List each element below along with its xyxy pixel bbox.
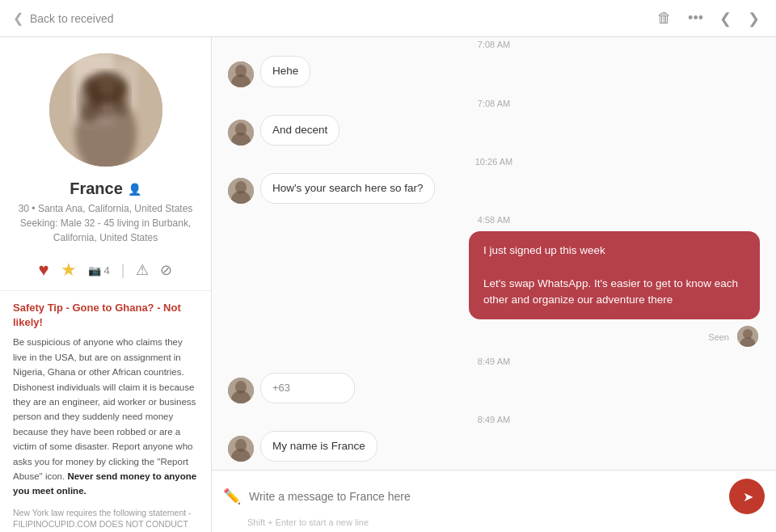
profile-name: France 👤 (13, 179, 198, 198)
message-row: How's your search here so far? (228, 173, 760, 204)
timestamp: 8:49 AM (228, 415, 760, 424)
next-button[interactable]: ❯ (744, 8, 763, 29)
message-bubble: How's your search here so far? (260, 173, 435, 204)
seen-row: Seen (228, 326, 760, 347)
send-button[interactable]: ➤ (729, 479, 765, 514)
compose-icon: ✏️ (223, 488, 241, 505)
svg-point-6 (78, 78, 101, 123)
timestamp: 7:08 AM (228, 99, 760, 108)
message-bubble: And decent (260, 115, 340, 146)
timestamp: 4:58 AM (228, 215, 760, 225)
phone-bubble: +63 (260, 373, 355, 403)
block-button[interactable]: ⊘ (160, 261, 172, 279)
profile-meta: 30 • Santa Ana, California, United State… (13, 201, 198, 245)
left-panel: France 👤 30 • Santa Ana, California, Uni… (0, 37, 212, 532)
like-button[interactable]: ♥ (39, 260, 49, 281)
safety-title: Safety Tip - Gone to Ghana? - Not likely… (13, 301, 198, 330)
report-button[interactable]: ⚠ (136, 261, 149, 279)
message-bubble: Hehe (260, 56, 310, 87)
timestamp: 7:08 AM (228, 40, 760, 49)
back-label: Back to received (30, 12, 114, 25)
send-icon: ➤ (743, 489, 753, 505)
seen-label: Seen (708, 332, 732, 342)
favorite-button[interactable]: ★ (61, 260, 77, 281)
top-bar-actions: 🗑 ••• ❮ ❯ (654, 8, 763, 29)
camera-icon: 📷 (88, 264, 101, 277)
compose-area: ✏️ ➤ Shift + Enter to start a new line (212, 470, 776, 532)
message-row: +63 (228, 373, 760, 403)
avatar-wrap (0, 37, 211, 175)
message-row: My name is France (228, 431, 760, 462)
messages-area[interactable]: Im nice 7:08 AM Hehe 7:08 AM (212, 37, 776, 470)
seen-avatar (737, 326, 758, 347)
sender-avatar (228, 178, 254, 204)
safety-tip: Safety Tip - Gone to Ghana? - Not likely… (0, 291, 211, 532)
person-icon: 👤 (128, 183, 141, 196)
delete-button[interactable]: 🗑 (654, 8, 675, 28)
sender-avatar (228, 378, 254, 403)
avatar[interactable] (49, 53, 162, 167)
svg-point-7 (114, 81, 130, 116)
top-bar: ❮ Back to received 🗑 ••• ❮ ❯ (0, 0, 776, 37)
message-row: And decent (228, 115, 760, 146)
back-button[interactable]: ❮ Back to received (13, 11, 114, 26)
message-bubble: My name is France (260, 431, 377, 462)
prev-button[interactable]: ❮ (716, 8, 735, 29)
sent-message-bubble: I just signed up this week Let's swap Wh… (469, 231, 760, 319)
action-row: ♥ ★ 📷 4 | ⚠ ⊘ (0, 253, 211, 291)
timestamp: 8:49 AM (228, 357, 760, 366)
more-options-button[interactable]: ••• (685, 8, 706, 28)
message-row: Hehe (228, 56, 760, 87)
message-input[interactable] (249, 485, 721, 508)
timestamp: 10:26 AM (228, 157, 760, 167)
compose-hint: Shift + Enter to start a new line (223, 517, 765, 527)
safety-body: Be suspicious of anyone who claims they … (13, 335, 198, 498)
main-layout: France 👤 30 • Santa Ana, California, Uni… (0, 37, 776, 532)
message-row-sent: I just signed up this week Let's swap Wh… (228, 231, 760, 319)
sender-avatar (228, 120, 254, 146)
profile-info: France 👤 30 • Santa Ana, California, Uni… (0, 175, 211, 253)
photos-button[interactable]: 📷 4 (88, 264, 110, 277)
sender-avatar (228, 436, 254, 462)
divider: | (121, 262, 125, 279)
back-chevron-icon: ❮ (13, 11, 23, 26)
ny-law: New York law requires the following stat… (13, 507, 198, 532)
compose-row: ✏️ ➤ (223, 479, 765, 514)
chat-panel: Im nice 7:08 AM Hehe 7:08 AM (212, 37, 776, 532)
sender-avatar (228, 61, 254, 87)
